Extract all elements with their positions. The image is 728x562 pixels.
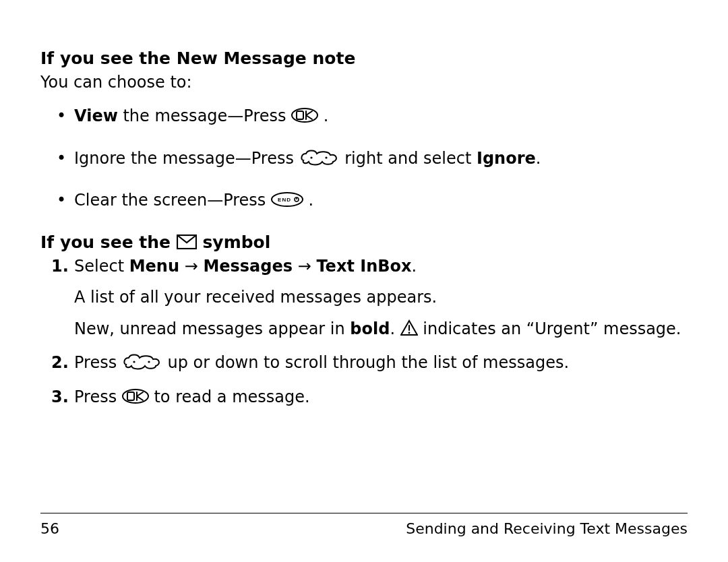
ok-key-icon [122,389,149,404]
s1-arrow2: → [293,257,316,276]
s3-pre: Press [74,387,122,406]
list-item: Ignore the message—Press right and selec… [74,148,688,169]
heading-symbol: If you see the symbol [40,231,688,254]
options-list: View the message—Press . Ignore the mess… [40,105,688,211]
bullet1-bold: View [74,106,118,125]
bullet1-post: . [318,106,328,125]
bullet2-end: . [536,149,541,168]
warning-icon [400,319,418,336]
s1-arrow1: → [179,257,203,276]
nav-key-icon [122,352,162,371]
s1-line3: New, unread messages appear in bold. ind… [74,318,688,340]
heading2-pre: If you see the [40,232,177,252]
s1-menu1: Menu [129,257,179,276]
s1-pre: Select [74,257,129,276]
intro-text: You can choose to: [40,71,688,93]
list-item: Press to read a message. [74,386,688,408]
s1-end: . [411,257,417,276]
list-item: Select Menu → Messages → Text InBox. A l… [74,255,688,340]
page-footer: 56 Sending and Receiving Text Messages [40,513,688,539]
bullet2-pre: Ignore the message—Press [74,149,299,168]
envelope-icon [177,235,197,249]
s1-menu2: Messages [203,257,293,276]
bullet2-mid: right and select [340,149,477,168]
ok-key-icon [291,108,318,123]
bullet3-pre: Clear the screen—Press [74,191,271,210]
s3-post: to read a message. [149,387,310,406]
s1-line3-pre: New, unread messages appear in [74,319,350,338]
s1-line3-bold: bold [350,319,390,338]
footer-title: Sending and Receiving Text Messages [406,519,688,539]
list-item: View the message—Press . [74,105,688,127]
bullet2-bold: Ignore [477,149,536,168]
heading-new-message: If you see the New Message note [40,47,688,70]
end-key-icon [271,192,303,207]
s2-pre: Press [74,353,122,372]
list-item: Press up or down to scroll through the l… [74,352,688,373]
list-item: Clear the screen—Press . [74,189,688,211]
s1-line3-mid: . [390,319,400,338]
nav-key-icon [299,148,340,167]
steps-list: Select Menu → Messages → Text InBox. A l… [40,255,688,408]
s1-line3-post: indicates an “Urgent” message. [418,319,681,338]
bullet1-rest: the message—Press [118,106,291,125]
s1-menu3: Text InBox [316,257,411,276]
heading2-post: symbol [197,232,271,252]
s1-line2: A list of all your received messages app… [74,286,688,308]
s2-post: up or down to scroll through the list of… [162,353,569,372]
page-number: 56 [40,519,59,539]
footer-rule [40,513,688,513]
bullet3-post: . [303,191,313,210]
